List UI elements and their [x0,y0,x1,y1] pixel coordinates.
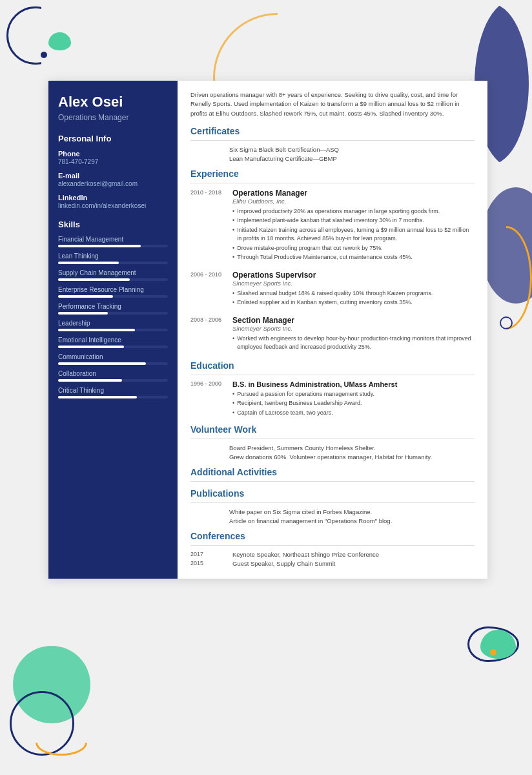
skill-bar-fill [58,312,108,315]
skill-bar-background [58,346,168,348]
skill-bar-background [58,379,168,382]
skill-label: Financial Management [58,236,168,243]
skill-bar-background [58,278,168,281]
skill-bar-fill [58,329,135,331]
linkedin-label: LinkedIn [58,194,168,202]
exp-details: Operations ManagerElihu Outdoors, Inc.Im… [232,189,475,263]
exp-bullet: Initiated Kaizen training across all emp… [232,226,475,243]
edu-details: B.S. in Business Administration, UMass A… [232,380,475,418]
publications-divider [190,502,475,503]
certificates-divider [190,140,475,141]
certificates-title: Certificates [190,126,475,136]
exp-bullet: Worked with engineers to develop hour-by… [232,335,475,352]
exp-bullet: Improved productivity 20% as operations … [232,207,475,216]
exp-bullet: Drove mistake-proofing program that cut … [232,244,475,253]
skills-list: Financial ManagementLean ThinkingSupply … [58,236,168,398]
skill-label: Leadership [58,320,168,327]
exp-job-title: Operations Supervisor [232,271,475,280]
skill-bar-background [58,396,168,398]
experience-entry: 2010 - 2018Operations ManagerElihu Outdo… [190,189,475,263]
skill-label: Performance Tracking [58,303,168,310]
linkedin-value: linkedin.com/in/alexanderkosei [58,202,168,211]
certificate-item: Six Sigma Black Belt Certification—ASQ [229,146,475,153]
volunteer-list: Board President, Summers County Homeless… [190,444,475,460]
skill-label: Emotional Intelligence [58,336,168,344]
exp-details: Operations SupervisorSincmeyer Sports In… [232,271,475,308]
personal-info-heading: Personal Info [58,134,168,143]
skill-bar-fill [58,346,124,348]
skill-bar-background [58,295,168,298]
skill-bar-fill [58,278,130,281]
additional-divider [190,481,475,482]
experience-title: Experience [190,169,475,179]
exp-company: Sincmeyer Sports Inc. [232,325,475,332]
exp-date: 2010 - 2018 [190,189,226,263]
publications-title: Publications [190,488,475,499]
deco-blob-bottom-right [480,630,516,659]
edu-date: 1996 - 2000 [190,380,226,418]
certificates-list: Six Sigma Black Belt Certification—ASQLe… [190,146,475,162]
skill-bar-background [58,312,168,315]
education-entry: 1996 - 2000B.S. in Business Administrati… [190,380,475,418]
conferences-divider [190,545,475,546]
skill-bar-fill [58,396,137,398]
skill-label: Enterprise Resource Planning [58,286,168,293]
conferences-title: Conferences [190,531,475,541]
exp-job-title: Operations Manager [232,189,475,198]
exp-bullet: Through Total Productive Maintenance, cu… [232,253,475,262]
conference-detail: Keynote Speaker, Northeast Shingo Prize … [232,551,379,558]
deco-circle-outline-right [500,316,513,329]
exp-date: 2006 - 2010 [190,271,226,308]
conference-year: 2017 [190,551,226,558]
exp-bullet: Enlisted supplier aid in Kanban system, … [232,298,475,307]
skill-label: Critical Thinking [58,387,168,394]
skill-bar-background [58,362,168,365]
edu-bullet: Captain of Lacrosse team, two years. [232,409,475,418]
volunteer-divider [190,439,475,439]
skill-bar-fill [58,245,141,247]
education-list: 1996 - 2000B.S. in Business Administrati… [190,380,475,418]
email-label: E-mail [58,172,168,180]
conference-entry: 2015Guest Speaker, Supply Chain Summit [190,560,475,567]
skill-label: Collaboration [58,370,168,377]
skills-heading: Skills [58,220,168,229]
summary-text: Driven operations manager with 8+ years … [190,90,475,118]
experience-divider [190,183,475,183]
experience-entry: 2003 - 2006Section ManagerSincmeyer Spor… [190,316,475,353]
education-divider [190,375,475,375]
skill-bar-fill [58,362,146,365]
volunteer-item: Grew donations 60%. Volunteer operations… [229,453,475,460]
conference-year: 2015 [190,560,226,567]
skill-bar-fill [58,262,119,264]
certificate-item: Lean Manufacturing Certificate—GBMP [229,155,475,162]
skill-bar-background [58,262,168,264]
phone-label: Phone [58,150,168,158]
skill-label: Lean Thinking [58,253,168,260]
edu-degree: B.S. in Business Administration, UMass A… [232,380,475,388]
edu-bullet: Recipient, Isenberg Business Leadership … [232,399,475,408]
main-content: Driven operations manager with 8+ years … [178,81,487,579]
email-value: alexanderkosei@gmail.com [58,180,168,189]
skill-label: Communication [58,353,168,360]
exp-date: 2003 - 2006 [190,316,226,353]
skill-bar-fill [58,379,122,382]
exp-bullet: Slashed annual budget 18% & raised quali… [232,289,475,298]
volunteer-title: Volunteer Work [190,424,475,435]
publication-item: Article on financial management in "Oper… [229,517,475,524]
exp-job-title: Section Manager [232,316,475,325]
experience-list: 2010 - 2018Operations ManagerElihu Outdo… [190,189,475,353]
deco-blob-top-left [48,32,71,50]
additional-title: Additional Activities [190,467,475,477]
conference-detail: Guest Speaker, Supply Chain Summit [232,560,335,567]
skill-bar-fill [58,295,113,298]
exp-bullet: Implemented plant-wide kanban that slash… [232,216,475,225]
education-title: Education [190,360,475,371]
conference-entry: 2017Keynote Speaker, Northeast Shingo Pr… [190,551,475,558]
exp-company: Sincmeyer Sports Inc. [232,280,475,287]
publication-item: White paper on Six Sigma cited in Forbes… [229,508,475,515]
phone-value: 781-470-7297 [58,158,168,167]
skill-bar-background [58,245,168,247]
volunteer-item: Board President, Summers County Homeless… [229,444,475,451]
skill-label: Supply Chain Management [58,269,168,276]
candidate-title: Operations Manager [58,113,168,122]
